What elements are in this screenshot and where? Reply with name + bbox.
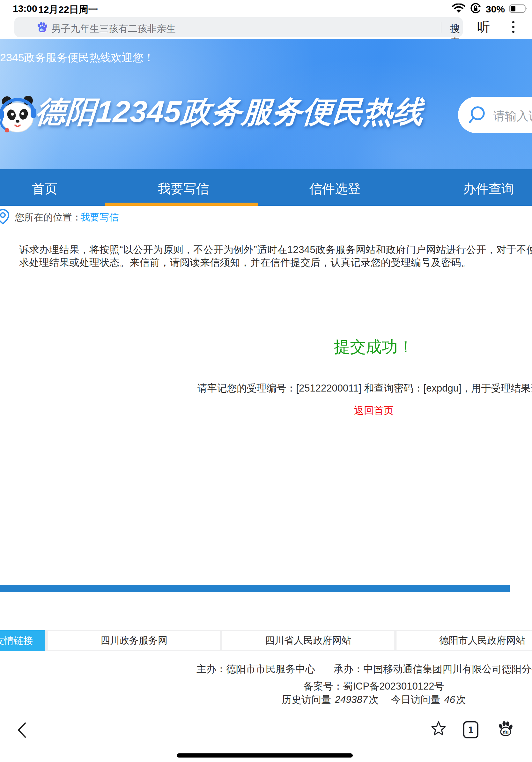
friend-links-tab: 友情链接 [0, 630, 45, 651]
back-home-link[interactable]: 返回首页 [354, 404, 394, 418]
receipt-number-text: 请牢记您的受理编号：[25122200011] 和查询密码：[expdgu]，用… [197, 382, 532, 395]
browser-menu-icon[interactable] [512, 21, 515, 34]
svg-text:du: du [503, 729, 508, 734]
friend-link-sichuan-service[interactable]: 四川政务服务网 [48, 631, 220, 650]
footer-blue-divider [0, 585, 510, 592]
footer-icp-line: 备案号：蜀ICP备2023010122号 [303, 680, 444, 693]
site-banner: 2345政务服务便民热线欢迎您！ 德阳12345政务服务便民热线 请输 [0, 39, 532, 169]
back-button-icon[interactable] [15, 721, 29, 740]
main-nav: 首页 我要写信 信件选登 办件查询 [0, 169, 532, 206]
nav-item-home[interactable]: 首页 [32, 180, 57, 197]
submit-success-title: 提交成功！ [334, 336, 414, 358]
friend-links-row: 友情链接 四川政务服务网 四川省人民政府网站 德阳市人民政府网站 [0, 630, 532, 651]
banner-search-box[interactable]: 请输入诉 [458, 97, 532, 133]
search-query-text[interactable]: 男子九年生三孩有二孩非亲生 [51, 22, 176, 36]
location-pin-icon [0, 208, 11, 227]
svg-text:du: du [40, 28, 44, 32]
breadcrumb: 您所在的位置： 我要写信 [0, 206, 532, 226]
notice-paragraph-line2: 求处理结果或处理状态。来信前，请阅读来信须知，并在信件提交后，认真记录您的受理编… [19, 256, 471, 269]
friend-link-sichuan-gov[interactable]: 四川省人民政府网站 [222, 631, 394, 650]
visits-today-value: 46 [443, 694, 456, 705]
site-title: 德阳12345政务服务便民热线 [35, 96, 425, 128]
browser-toolbar-top: du 男子九年生三孩有二孩非亲生 搜索 听 [0, 15, 532, 39]
nav-item-letters[interactable]: 信件选登 [309, 180, 361, 197]
footer-visits-line: 历史访问量 249387次 今日访问量 46次 [282, 693, 466, 707]
baidu-home-paw-icon[interactable]: du [497, 720, 514, 739]
status-bar: 13:00 12月22日周一 30% [0, 0, 532, 15]
footer-organizer: 主办：德阳市市民服务中心 [196, 663, 315, 675]
browser-search-bar[interactable]: du 男子九年生三孩有二孩非亲生 搜索 [14, 17, 463, 37]
home-indicator[interactable] [177, 753, 353, 758]
friend-link-deyang-gov[interactable]: 德阳市人民政府网站 [396, 631, 532, 650]
visits-history-value: 249387 [334, 694, 369, 705]
wifi-icon [452, 4, 465, 15]
bookmark-star-icon[interactable] [431, 721, 446, 738]
listen-button[interactable]: 听 [477, 18, 490, 36]
battery-icon [509, 4, 528, 14]
notice-paragraph-line1: 诉求办理结果，将按照“以公开为原则，不公开为例外”适时在12345政务服务网站和… [19, 243, 532, 257]
visits-history-unit: 次 [369, 694, 378, 705]
banner-search-placeholder: 请输入诉 [493, 108, 532, 124]
search-divider [441, 22, 441, 33]
visits-today-unit: 次 [456, 694, 466, 705]
visits-history-label: 历史访问量 [282, 694, 331, 705]
panda-mascot-logo [0, 93, 37, 139]
breadcrumb-current-link[interactable]: 我要写信 [80, 211, 119, 224]
tab-count-button[interactable]: 1 [463, 721, 478, 738]
magnifier-icon [467, 106, 487, 126]
footer-undertaker: 承办：中国移动通信集团四川有限公司德阳分公司 [334, 663, 532, 675]
status-time: 13:00 [13, 3, 37, 14]
welcome-marquee: 2345政务服务便民热线欢迎您！ [0, 50, 154, 65]
baidu-paw-icon: du [36, 21, 48, 34]
status-right-cluster: 30% [452, 3, 528, 16]
nav-active-underline [105, 203, 258, 206]
status-date: 12月22日周一 [38, 3, 98, 16]
battery-percent: 30% [486, 4, 505, 15]
nav-item-query[interactable]: 办件查询 [463, 180, 514, 197]
nav-item-write[interactable]: 我要写信 [158, 180, 209, 197]
breadcrumb-label: 您所在的位置： [15, 211, 82, 224]
visits-today-label: 今日访问量 [391, 694, 440, 705]
rotation-lock-icon [470, 3, 482, 16]
footer-organizer-line: 主办：德阳市市民服务中心承办：中国移动通信集团四川有限公司德阳分公司 [196, 662, 532, 676]
